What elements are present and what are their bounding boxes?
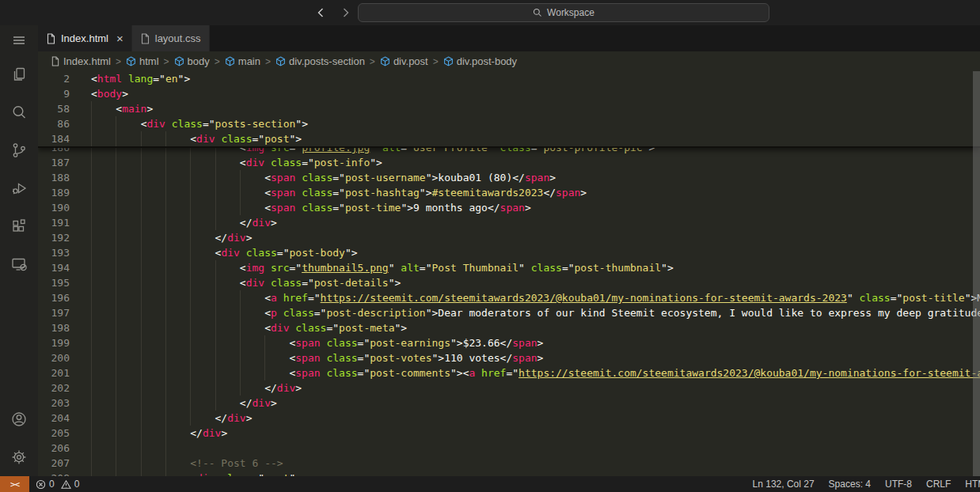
line-number[interactable]: 184	[38, 131, 70, 146]
breadcrumb-item-post-body[interactable]: div.post-body	[443, 55, 517, 67]
remote-indicator-button[interactable]: ><	[0, 476, 29, 492]
line-number[interactable]: 58	[38, 101, 70, 116]
code-line-207[interactable]: 207 <!-- Post 6 -->	[38, 456, 980, 471]
code-editor[interactable]: 186 <img src="profile.jpg" alt="User Pro…	[38, 71, 980, 476]
code-token: <	[264, 202, 271, 214]
line-number[interactable]: 198	[38, 320, 70, 335]
line-number[interactable]: 189	[38, 185, 70, 200]
code-line-189[interactable]: 189 <span class="post-hashtag">#steemita…	[38, 185, 980, 200]
settings-button[interactable]	[0, 438, 38, 476]
command-center-search[interactable]: Workspace	[358, 3, 769, 22]
code-line-192[interactable]: 192 </div>	[38, 230, 980, 245]
line-number[interactable]: 196	[38, 290, 70, 305]
breadcrumb-item-body[interactable]: body	[174, 55, 210, 67]
code-token: https://steemit.com/steemitawards2023/@k…	[518, 367, 980, 379]
line-number[interactable]: 193	[38, 245, 70, 260]
remote-explorer-button[interactable]	[0, 245, 38, 283]
tab-label: layout.css	[155, 32, 201, 44]
close-icon[interactable]: ×	[116, 32, 123, 44]
code-token: <	[240, 157, 246, 168]
code-line-193[interactable]: 193 <div class="post-body">	[38, 245, 980, 260]
code-line-9[interactable]: 9<body>	[38, 86, 980, 101]
code-line-203[interactable]: 203 </div>	[38, 395, 980, 411]
code-line-187[interactable]: 187 <div class="post-info">	[38, 155, 980, 170]
code-line-58[interactable]: 58 <main>	[38, 101, 980, 116]
code-line-196[interactable]: 196 <a href="https://steemit.com/steemit…	[38, 290, 980, 305]
nav-back-button[interactable]	[312, 4, 329, 21]
line-number[interactable]: 2	[38, 71, 70, 86]
code-token: class	[271, 277, 302, 289]
cursor-position[interactable]: Ln 132, Col 27	[753, 479, 815, 490]
breadcrumb-item-posts-section[interactable]: div.posts-section	[275, 55, 365, 67]
breadcrumb-item-main[interactable]: main	[225, 55, 260, 67]
line-number[interactable]: 86	[38, 116, 70, 131]
indent-guide	[116, 320, 116, 335]
menu-button[interactable]	[0, 25, 38, 55]
line-number[interactable]: 190	[38, 200, 70, 215]
code-line-184[interactable]: 184 <div class="post">	[38, 131, 980, 146]
breadcrumb-item-post[interactable]: div.post	[380, 55, 428, 67]
code-line-190[interactable]: 190 <span class="post-time">9 months ago…	[38, 200, 980, 215]
line-number[interactable]: 206	[38, 441, 70, 456]
vertical-scrollbar[interactable]	[973, 71, 980, 476]
code-token: post-description	[326, 307, 425, 319]
code-line-201[interactable]: 201 <span class="post-comments"><a href=…	[38, 365, 980, 380]
code-line-200[interactable]: 200 <span class="post-votes">110 votes</…	[38, 350, 980, 365]
encoding-setting[interactable]: UTF-8	[885, 479, 912, 490]
code-line-194[interactable]: 194 <img src="thumbnail5.png" alt="Post …	[38, 260, 980, 275]
code-line-198[interactable]: 198 <div class="post-meta">	[38, 320, 980, 335]
code-line-2[interactable]: 2<html lang="en">	[38, 71, 980, 86]
line-number[interactable]: 187	[38, 155, 70, 170]
code-line-188[interactable]: 188 <span class="post-username">kouba01 …	[38, 170, 980, 185]
account-button[interactable]	[0, 400, 38, 438]
code-line-195[interactable]: 195 <div class="post-details">	[38, 275, 980, 290]
indent-guide	[165, 200, 166, 215]
code-line-208[interactable]: 208 <div class="post">	[38, 471, 980, 476]
code-line-191[interactable]: 191 </div>	[38, 215, 980, 230]
line-number[interactable]: 207	[38, 456, 70, 471]
line-number[interactable]: 201	[38, 365, 70, 380]
code-line-197[interactable]: 197 <p class="post-description">Dear mod…	[38, 305, 980, 320]
code-line-204[interactable]: 204 </div>	[38, 411, 980, 426]
indent-guide	[165, 305, 166, 320]
line-number[interactable]: 202	[38, 380, 70, 395]
cube-symbol-icon	[174, 56, 184, 66]
line-number[interactable]: 197	[38, 305, 70, 320]
status-bar: >< 0 0 Ln 132, Col 27 Spaces: 4 UTF-8 CR…	[0, 476, 980, 492]
language-mode[interactable]: HTML	[965, 479, 980, 490]
code-token: </	[264, 382, 277, 394]
indentation-setting[interactable]: Spaces: 4	[829, 479, 871, 490]
explorer-button[interactable]	[0, 55, 38, 93]
line-number[interactable]: 195	[38, 275, 70, 290]
eol-setting[interactable]: CRLF	[926, 479, 951, 490]
breadcrumb-item-html[interactable]: html	[126, 55, 159, 67]
tab-layout-css[interactable]: layout.css	[132, 25, 210, 51]
indent-guide	[141, 411, 142, 426]
extensions-button[interactable]	[0, 207, 38, 245]
line-number[interactable]: 204	[38, 411, 70, 426]
code-line-86[interactable]: 86 <div class="posts-section">	[38, 116, 980, 131]
code-line-199[interactable]: 199 <span class="post-earnings">$23.66</…	[38, 335, 980, 350]
line-number[interactable]: 194	[38, 260, 70, 275]
code-line-206[interactable]: 206	[38, 441, 980, 456]
problems-button[interactable]: 0 0	[29, 479, 82, 490]
line-number[interactable]: 200	[38, 350, 70, 365]
line-number[interactable]: 203	[38, 395, 70, 411]
breadcrumb-item-file[interactable]: Index.html	[51, 55, 111, 67]
line-number[interactable]: 188	[38, 170, 70, 185]
line-number[interactable]: 205	[38, 426, 70, 441]
indent-guide	[116, 335, 116, 350]
source-control-button[interactable]	[0, 131, 38, 169]
tab-index-html[interactable]: Index.html ×	[38, 25, 132, 51]
code-line-205[interactable]: 205 </div>	[38, 426, 980, 441]
line-number[interactable]: 199	[38, 335, 70, 350]
line-number[interactable]: 208	[38, 471, 70, 476]
indent-guide	[240, 185, 241, 200]
code-line-202[interactable]: 202 </div>	[38, 380, 980, 395]
line-number[interactable]: 192	[38, 230, 70, 245]
nav-forward-button[interactable]	[337, 4, 355, 21]
search-view-button[interactable]	[0, 93, 38, 131]
line-number[interactable]: 191	[38, 215, 70, 230]
line-number[interactable]: 9	[38, 86, 70, 101]
run-debug-button[interactable]	[0, 169, 38, 207]
